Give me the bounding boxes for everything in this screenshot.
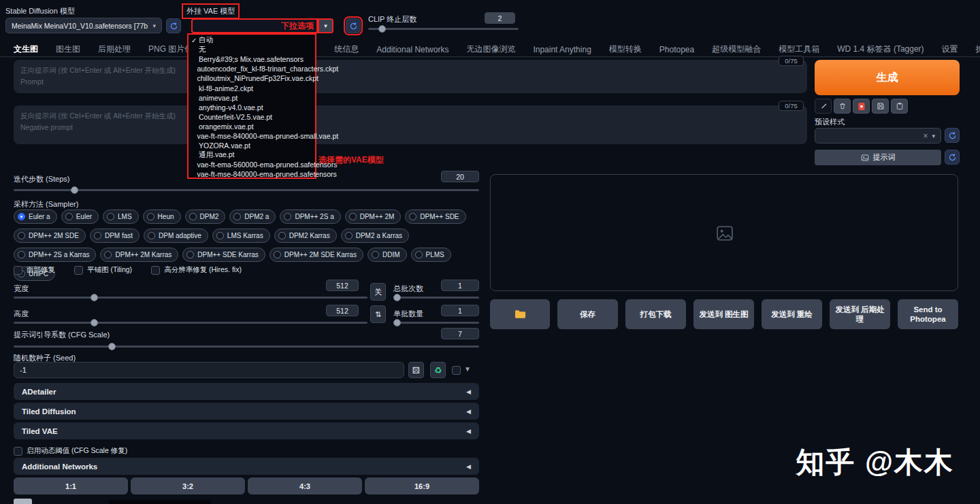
vae-refresh-button[interactable] [346,18,361,33]
additional-networks-accordion[interactable]: Additional Networks ◀ [14,458,479,475]
slider-handle[interactable] [91,319,98,326]
clip-skip-slider[interactable] [368,24,519,33]
checkbox[interactable] [14,266,22,275]
tab[interactable]: 统信息 [334,44,359,55]
aspect-lock-button[interactable]: 关 [370,283,386,301]
sampler-option[interactable]: DPM2 [185,209,226,224]
aspect-ratio-button[interactable]: 1:1 [14,477,128,494]
sampler-option[interactable]: DPM2 a Karras [341,229,409,243]
checkbox[interactable] [151,266,160,275]
vae-dropdown-item[interactable]: ✓ 自动 [189,35,315,45]
tab[interactable]: 文生图 [14,44,38,55]
positive-prompt-input[interactable]: 正向提示词 (按 Ctrl+Enter 或 Alt+Enter 开始生成) Pr… [14,60,807,93]
aspect-ratio-button[interactable]: 4:3 [248,477,362,494]
sampler-option[interactable]: Euler a [14,209,57,224]
sampler-option[interactable]: DPM2 Karras [274,229,337,243]
sampler-option[interactable]: DPM++ 2S a [280,209,340,224]
checkbox-option[interactable]: 平铺图 (Tiling) [74,265,132,275]
tab[interactable]: 图生图 [56,44,80,55]
accordion[interactable]: ADetailer ◀ [14,383,479,400]
steps-slider[interactable] [14,186,479,195]
vae-caret-button[interactable]: ▾ [318,18,333,33]
open-folder-button[interactable] [490,299,550,329]
batch-count-slider[interactable] [393,293,479,302]
checkbox-option[interactable]: 面部修复 [14,265,55,275]
sampler-option[interactable]: Euler [61,209,99,224]
aspect-ratio-button[interactable]: 16:9 [365,477,479,494]
dynthres-checkbox-option[interactable]: 启用动态阈值 (CFG Scale 修复) [14,446,127,456]
generate-button[interactable]: 生成 [815,60,960,95]
sampler-option[interactable]: DDIM [368,248,407,262]
height-slider[interactable] [14,318,368,327]
tab[interactable]: 后期处理 [98,44,131,55]
slider-handle[interactable] [393,294,401,301]
gallery-action-button[interactable]: 发送到 图生图 [693,299,754,329]
save-style-button[interactable] [872,99,889,114]
tab[interactable]: 扩展 [976,44,980,55]
gallery-action-button[interactable]: 发送到 重绘 [762,299,822,329]
tab[interactable]: 无边图像浏览 [466,44,515,55]
vae-dropdown-item[interactable]: ✓ kl-f8-anime2.ckpt [189,83,315,93]
vae-dropdown-item[interactable]: ✓ orangemix.vae.pt [189,122,315,131]
sampler-option[interactable]: DPM++ SDE [405,209,466,224]
vae-dropdown-item[interactable]: ✓ vae-ft-mse-840000-ema-pruned.safetenso… [189,169,315,179]
sampler-option[interactable]: DPM++ 2S a Karras [14,248,96,262]
tab[interactable]: Inpaint Anything [533,45,591,54]
checkbox-option[interactable]: 高分辨率修复 (Hires. fix) [151,265,242,275]
clear-x-icon[interactable]: × [923,131,928,141]
steps-input[interactable] [441,171,479,182]
seed-extra-checkbox[interactable] [452,366,461,375]
batch-size-input[interactable] [441,305,479,316]
vae-dropdown-item[interactable]: ✓ animevae.pt [189,93,315,103]
tab[interactable]: 模型工具箱 [779,44,819,55]
clear-prompt-button[interactable] [834,99,851,114]
sampler-option[interactable]: DPM++ 2M Karras [100,248,178,262]
reuse-seed-button[interactable]: ♻ [430,362,446,378]
sampler-option[interactable]: DPM++ SDE Karras [182,248,265,262]
gallery-action-button[interactable]: 保存 [557,299,618,329]
sampler-option[interactable]: DPM2 a [229,209,276,224]
checkbox[interactable] [14,447,22,456]
slider-handle[interactable] [393,319,401,326]
vae-model-combobox[interactable]: 下拉选项 [191,18,318,33]
slider-handle[interactable] [91,294,98,301]
gallery-action-button[interactable]: Send to Photopea [898,299,958,329]
vae-dropdown-item[interactable]: ✓ 通用.vae.pt [189,150,315,160]
width-slider[interactable] [14,293,368,302]
sampler-option[interactable]: DPM++ 2M [345,209,402,224]
batch-size-slider[interactable] [393,318,479,327]
vae-dropdown-item[interactable]: ✓ anything-v4.0.vae.pt [189,103,315,112]
tab[interactable]: 设置 [942,44,958,55]
sampler-option[interactable]: DPM fast [90,229,140,243]
height-input[interactable] [326,305,359,316]
slider-handle[interactable] [71,186,78,194]
apply-style-button[interactable] [891,99,908,114]
sd-model-refresh-button[interactable] [166,18,181,33]
vae-dropdown-item[interactable]: ✓ chilloutmix_NiPrunedFp32Fix.vae.ckpt [189,73,315,83]
tab[interactable]: Photopea [659,45,694,54]
gallery-action-button[interactable]: 发送到 后期处理 [830,299,890,329]
vae-dropdown-item[interactable]: ✓ YOZORA.vae.pt [189,141,315,150]
tab[interactable]: Additional Networks [376,45,448,54]
swap-dimensions-button[interactable]: ⇅ [370,305,386,323]
prompt-helper-refresh-button[interactable] [945,150,960,165]
sd-model-select[interactable]: MeinaMix MeinaV10_V10.safetensors [77b7d… [5,18,162,33]
vae-model-input[interactable] [193,22,281,30]
negative-prompt-input[interactable]: 反向提示词 (按 Ctrl+Enter 或 Alt+Enter 开始生成) Ne… [14,105,807,144]
vae-dropdown-item[interactable]: ✓ Counterfeit-V2.5.vae.pt [189,112,315,122]
vae-dropdown-item[interactable]: ✓ 无 [189,45,315,54]
vae-dropdown-item[interactable]: ✓ Berry&#39;s Mix.vae.safetensors [189,54,315,64]
sampler-option[interactable]: Heun [143,209,181,224]
aspect-ratio-button[interactable]: 3:2 [131,477,245,494]
accordion[interactable]: Tiled Diffusion ◀ [14,403,479,420]
sampler-option[interactable]: LMS [103,209,139,224]
paste-params-button[interactable] [815,99,832,114]
vae-dropdown-item[interactable]: ✓ vae-ft-mse-840000-ema-pruned-small.vae… [189,131,315,141]
width-input[interactable] [326,280,359,291]
batch-count-input[interactable] [441,280,479,291]
checkbox[interactable] [74,266,83,275]
tab[interactable]: WD 1.4 标签器 (Tagger) [837,44,924,55]
extra-networks-button[interactable] [853,99,870,114]
clipped-bottom-button[interactable] [14,499,32,504]
vae-dropdown-item[interactable]: ✓ vae-ft-ema-560000-ema-pruned.safetenso… [189,160,315,169]
